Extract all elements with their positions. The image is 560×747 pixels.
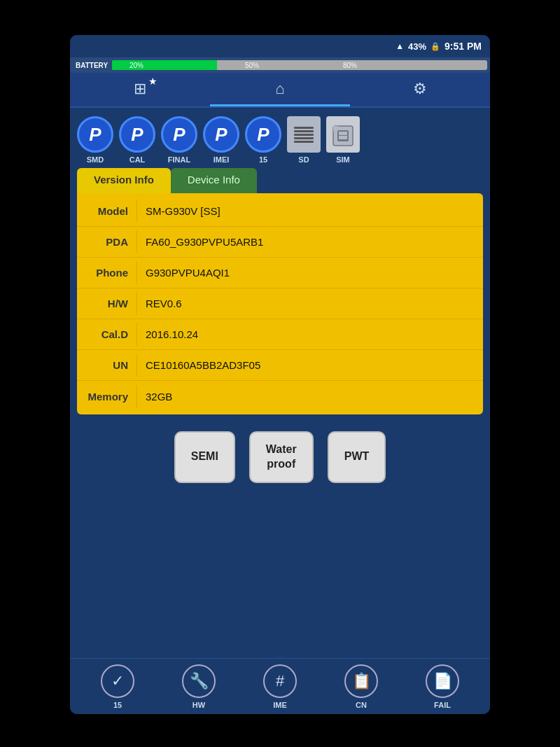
info-val-memory: 32GB <box>136 385 483 408</box>
fail-icon: 📄 <box>433 672 452 690</box>
sim-btn-group: SIM <box>326 116 360 164</box>
info-table: Model SM-G930V [SS] PDA FA60_G930PVPU5AR… <box>77 193 483 414</box>
p-circle-cal[interactable]: P <box>119 116 155 153</box>
nav-settings[interactable]: ⚙ <box>350 73 490 106</box>
bottom-label-hw: HW <box>192 701 205 709</box>
contact-icon-circle: 📋 <box>344 664 378 698</box>
sd-label: SD <box>298 155 309 164</box>
info-key-pda: PDA <box>77 230 136 253</box>
waterproof-button[interactable]: Waterproof <box>249 431 314 483</box>
p-circle-15[interactable]: P <box>245 116 281 153</box>
semi-button[interactable]: SEMI <box>174 431 235 483</box>
nav-home[interactable]: ⌂ <box>210 73 350 106</box>
battery-track <box>112 60 487 70</box>
grid-icon: ⊞ <box>134 80 146 98</box>
bottom-nav: ✓ 15 🔧 HW # IME 📋 CN 📄 FAIL <box>70 658 490 714</box>
p-btn-cal: P CAL <box>119 116 155 164</box>
battery-bar: BATTERY 20% 50% 80% <box>70 57 490 73</box>
sim-icon[interactable] <box>326 116 360 153</box>
sd-line-2 <box>294 130 314 132</box>
sd-line-4 <box>294 137 314 139</box>
action-buttons-row: SEMI Waterproof PWT <box>70 414 490 494</box>
info-key-memory: Memory <box>77 385 136 408</box>
info-val-model: SM-G930V [SS] <box>136 200 483 223</box>
settings-icon: ⚙ <box>413 80 427 98</box>
p-label-final: FINAL <box>168 155 190 164</box>
signal-icon: ▲ <box>396 41 404 51</box>
check-icon: ✓ <box>111 672 124 690</box>
tab-device-info[interactable]: Device Info <box>171 168 257 193</box>
p-circle-final[interactable]: P <box>161 116 197 153</box>
p-btn-15: P 15 <box>245 116 281 164</box>
p-btn-imei: P IMEI <box>203 116 239 164</box>
phone-screen: ★ ▲ 43% 🔒 9:51 PM BATTERY 20% 50% 80% ⊞ … <box>70 35 490 714</box>
info-row-cald: Cal.D 2016.10.24 <box>77 319 483 350</box>
calculator-icon: # <box>276 672 284 690</box>
bottom-nav-hw[interactable]: 🔧 HW <box>182 664 216 709</box>
info-row-phone: Phone G930PVPU4AQI1 <box>77 258 483 288</box>
info-row-hw: H/W REV0.6 <box>77 288 483 319</box>
home-icon: ⌂ <box>275 80 284 98</box>
bottom-nav-15[interactable]: ✓ 15 <box>101 664 134 709</box>
lock-icon: 🔒 <box>430 42 440 51</box>
p-label-imei: IMEI <box>214 155 230 164</box>
info-row-un: UN CE10160A5BB2AD3F05 <box>77 350 483 381</box>
battery-80-label: 80% <box>343 62 357 69</box>
bottom-nav-fail[interactable]: 📄 FAIL <box>426 664 459 709</box>
info-key-un: UN <box>77 354 136 377</box>
wrench-icon-circle: 🔧 <box>182 664 216 698</box>
battery-50-label: 50% <box>245 62 259 69</box>
nav-grid[interactable]: ⊞ <box>70 73 210 106</box>
p-btn-smd: P SMD <box>77 116 113 164</box>
bottom-label-cn: CN <box>356 701 367 709</box>
sd-line-1 <box>294 127 314 129</box>
check-icon-circle: ✓ <box>101 664 134 698</box>
sd-line-3 <box>294 134 314 136</box>
sim-label: SIM <box>336 155 350 164</box>
info-key-hw: H/W <box>77 292 136 315</box>
pwt-button[interactable]: PWT <box>328 431 386 483</box>
info-key-cald: Cal.D <box>77 323 136 346</box>
battery-fill <box>112 60 217 70</box>
battery-label: BATTERY <box>76 62 108 69</box>
top-nav: ⊞ ⌂ ⚙ <box>70 73 490 108</box>
sd-lines <box>294 127 314 143</box>
svg-rect-4 <box>339 136 347 139</box>
svg-rect-2 <box>339 132 343 135</box>
bottom-label-ime: IME <box>273 701 287 709</box>
p-label-15: 15 <box>259 155 267 164</box>
p-btn-final: P FINAL <box>161 116 197 164</box>
star-icon: ★ <box>148 76 158 87</box>
fail-icon-circle: 📄 <box>426 664 459 698</box>
info-row-memory: Memory 32GB <box>77 381 483 412</box>
sd-line-5 <box>294 141 314 143</box>
p-circle-smd[interactable]: P <box>77 116 113 153</box>
time-display: 9:51 PM <box>444 41 482 52</box>
info-val-un: CE10160A5BB2AD3F05 <box>136 354 483 377</box>
info-val-pda: FA60_G930PVPU5ARB1 <box>136 230 483 253</box>
battery-20-label: 20% <box>130 62 144 69</box>
tab-version-info[interactable]: Version Info <box>77 168 171 193</box>
info-val-hw: REV0.6 <box>136 292 483 315</box>
sd-icon[interactable] <box>287 116 321 153</box>
info-key-phone: Phone <box>77 261 136 284</box>
bottom-label-15: 15 <box>113 701 122 709</box>
info-row-model: Model SM-G930V [SS] <box>77 196 483 227</box>
bottom-nav-ime[interactable]: # IME <box>263 664 297 709</box>
p-buttons-row: P SMD P CAL P FINAL P IMEI P 15 <box>70 108 490 168</box>
info-key-model: Model <box>77 200 136 223</box>
status-bar: ★ ▲ 43% 🔒 9:51 PM <box>70 35 490 57</box>
p-circle-imei[interactable]: P <box>203 116 239 153</box>
calculator-icon-circle: # <box>263 664 297 698</box>
p-label-cal: CAL <box>130 155 146 164</box>
bottom-nav-cn[interactable]: 📋 CN <box>344 664 378 709</box>
battery-percent: 43% <box>408 41 426 52</box>
wrench-icon: 🔧 <box>190 672 209 690</box>
contact-icon: 📋 <box>352 672 371 690</box>
bottom-label-fail: FAIL <box>434 701 451 709</box>
info-val-cald: 2016.10.24 <box>136 323 483 346</box>
info-val-phone: G930PVPU4AQI1 <box>136 261 483 284</box>
tab-strip: Version Info Device Info <box>77 168 483 193</box>
info-row-pda: PDA FA60_G930PVPU5ARB1 <box>77 227 483 258</box>
svg-rect-3 <box>343 132 347 135</box>
